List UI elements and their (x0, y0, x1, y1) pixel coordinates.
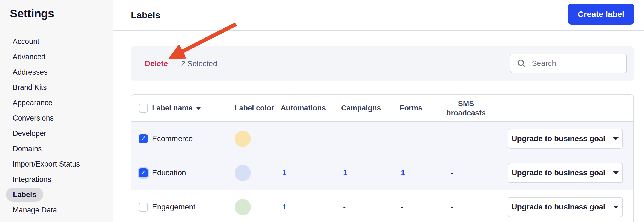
header-cell-checkbox (131, 104, 152, 113)
dropdown-caret-icon (613, 137, 619, 140)
automations-count: - (282, 134, 285, 143)
sort-caret-icon (196, 107, 201, 110)
bulk-action-toolbar: Delete 2 Selected (131, 46, 634, 81)
sidebar-item-conversions[interactable]: Conversions (0, 110, 113, 126)
forms-count[interactable]: 1 (401, 168, 405, 177)
dropdown-caret-icon (613, 206, 619, 209)
upgrade-split-button: Upgrade to business goal (508, 197, 623, 217)
table-header-row: Label name Label color Automations Campa… (131, 95, 633, 122)
label-name: Education (152, 168, 234, 177)
search-input[interactable] (532, 59, 619, 68)
header-cell-forms: Forms (400, 104, 444, 112)
sidebar-item-developer[interactable]: Developer (0, 126, 113, 141)
settings-sidebar: Settings Account Advanced Addresses Bran… (0, 0, 113, 222)
sidebar-item-brand-kits[interactable]: Brand Kits (0, 80, 113, 95)
label-color-dot (235, 199, 251, 215)
upgrade-dropdown-toggle[interactable] (609, 198, 622, 217)
header-cell-automations: Automations (281, 104, 341, 112)
labels-table: Label name Label color Automations Campa… (131, 94, 634, 222)
sidebar-item-labels[interactable]: Labels (0, 187, 113, 202)
label-name: Ecommerce (152, 134, 234, 143)
row-checkbox[interactable] (139, 203, 148, 212)
automations-count[interactable]: 1 (282, 203, 287, 211)
automations-count[interactable]: 1 (282, 168, 287, 177)
sidebar-item-appearance[interactable]: Appearance (0, 95, 113, 110)
delete-button[interactable]: Delete (145, 59, 168, 68)
row-checkbox[interactable] (139, 168, 148, 177)
search-icon (517, 59, 526, 68)
upgrade-to-business-goal-button[interactable]: Upgrade to business goal (508, 198, 609, 217)
label-name: Engagement (152, 203, 234, 211)
campaigns-count: - (343, 134, 346, 143)
sms-broadcasts-count: - (450, 168, 453, 177)
table-row-engagement: Engagement 1 - - - Upgrade to business g… (131, 190, 633, 222)
upgrade-to-business-goal-button[interactable]: Upgrade to business goal (508, 129, 609, 148)
sidebar-item-import-export[interactable]: Import/Export Status (0, 156, 113, 172)
select-all-checkbox[interactable] (139, 104, 148, 113)
upgrade-dropdown-toggle[interactable] (609, 163, 622, 182)
dropdown-caret-icon (613, 171, 619, 174)
sidebar-title: Settings (10, 7, 113, 20)
campaigns-count: - (343, 203, 346, 211)
forms-count: - (401, 203, 403, 211)
upgrade-to-business-goal-button[interactable]: Upgrade to business goal (508, 163, 609, 182)
sms-broadcasts-count: - (450, 203, 453, 211)
page-header: Labels Create label (113, 0, 644, 31)
sidebar-item-domains[interactable]: Domains (0, 141, 113, 156)
create-label-button[interactable]: Create label (568, 4, 634, 25)
row-checkbox[interactable] (139, 134, 148, 143)
header-cell-label-name[interactable]: Label name (152, 104, 234, 112)
table-row-ecommerce: Ecommerce - - - - Upgrade to business go… (131, 122, 633, 156)
upgrade-split-button: Upgrade to business goal (508, 163, 623, 183)
sidebar-item-account[interactable]: Account (0, 34, 113, 49)
header-cell-sms-broadcasts: SMS broadcasts (444, 99, 504, 118)
upgrade-split-button: Upgrade to business goal (508, 129, 623, 149)
search-box (510, 54, 627, 73)
labels-main-panel: Labels Create label Delete 2 Selected (113, 0, 644, 222)
sidebar-item-addresses[interactable]: Addresses (0, 65, 113, 80)
sms-broadcasts-count: - (450, 134, 453, 143)
selected-count: 2 Selected (181, 59, 217, 68)
sidebar-item-manage-data[interactable]: Manage Data (0, 202, 113, 218)
sidebar-item-integrations[interactable]: Integrations (0, 172, 113, 187)
campaigns-count[interactable]: 1 (343, 168, 347, 177)
table-row-education: Education 1 1 1 - Upgrade to business go… (131, 156, 633, 190)
page-title: Labels (131, 0, 160, 30)
settings-labels-screen: Settings Account Advanced Addresses Bran… (0, 0, 644, 222)
header-cell-campaigns: Campaigns (341, 104, 400, 112)
label-color-dot (235, 131, 251, 147)
settings-nav: Account Advanced Addresses Brand Kits Ap… (0, 34, 113, 218)
sidebar-item-advanced[interactable]: Advanced (0, 49, 113, 65)
header-cell-label-color: Label color (234, 104, 281, 112)
label-color-dot (235, 165, 251, 181)
upgrade-dropdown-toggle[interactable] (609, 129, 622, 148)
forms-count: - (401, 134, 403, 143)
